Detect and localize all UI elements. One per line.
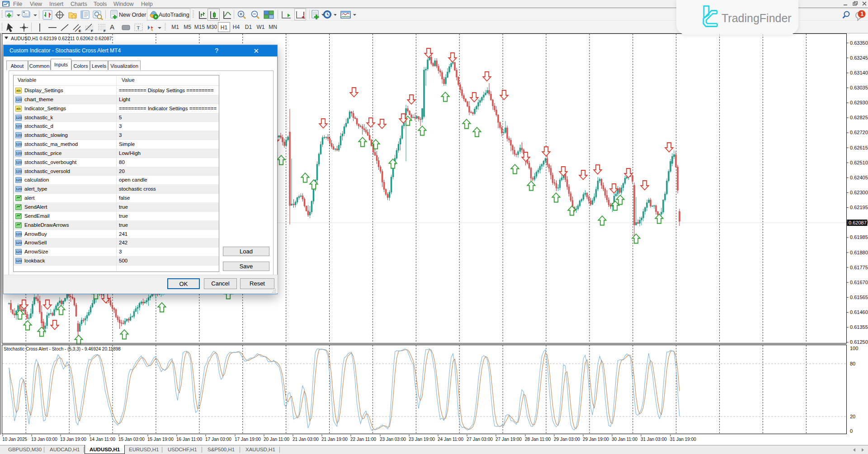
svg-text:27 Jan 03:00: 27 Jan 03:00: [467, 437, 493, 442]
svg-text:14 Jan 11:00: 14 Jan 11:00: [90, 437, 116, 442]
svg-text:10 Jan 2025: 10 Jan 2025: [2, 437, 27, 442]
svg-text:13 Jan 03:00: 13 Jan 03:00: [31, 437, 57, 442]
svg-text:21 Jan 19:00: 21 Jan 19:00: [321, 437, 348, 442]
svg-text:0.61355: 0.61355: [850, 324, 868, 330]
svg-text:20 Jan 11:00: 20 Jan 11:00: [264, 437, 290, 442]
svg-text:0.61775: 0.61775: [850, 265, 868, 270]
svg-text:0.61985: 0.61985: [850, 234, 868, 240]
svg-text:0.62087: 0.62087: [849, 220, 867, 225]
svg-text:0.61565: 0.61565: [850, 295, 868, 300]
svg-text:0.63035: 0.63035: [850, 85, 868, 90]
svg-text:0.62825: 0.62825: [850, 115, 868, 120]
svg-text:0.62405: 0.62405: [850, 175, 868, 180]
svg-text:0: 0: [850, 428, 853, 434]
svg-text:23 Jan 03:00: 23 Jan 03:00: [380, 437, 406, 442]
svg-text:100: 100: [850, 346, 858, 351]
svg-text:0.62720: 0.62720: [850, 130, 868, 135]
svg-text:20: 20: [850, 414, 855, 419]
svg-text:28 Jan 11:00: 28 Jan 11:00: [525, 437, 551, 442]
svg-text:0.63350: 0.63350: [850, 40, 868, 46]
svg-text:0.62300: 0.62300: [850, 190, 868, 195]
svg-text:AUDUSD,H1 0.62139 0.62211 0.6: AUDUSD,H1 0.62139 0.62211 0.62062 0.6208…: [11, 36, 112, 41]
svg-text:21 Jan 03:00: 21 Jan 03:00: [292, 437, 319, 442]
svg-text:0.61670: 0.61670: [850, 280, 868, 285]
svg-text:0.61250: 0.61250: [850, 339, 868, 345]
svg-text:31 Jan 03:00: 31 Jan 03:00: [641, 437, 667, 442]
svg-text:29 Jan 19:00: 29 Jan 19:00: [583, 437, 609, 442]
svg-text:0.62930: 0.62930: [850, 100, 868, 105]
svg-text:17 Jan 03:00: 17 Jan 03:00: [205, 437, 231, 442]
svg-text:30 Jan 11:00: 30 Jan 11:00: [612, 437, 638, 442]
svg-text:0.61880: 0.61880: [850, 250, 868, 255]
svg-text:22 Jan 11:00: 22 Jan 11:00: [350, 437, 377, 442]
svg-text:0.62615: 0.62615: [850, 145, 868, 150]
svg-text:27 Jan 19:00: 27 Jan 19:00: [495, 437, 522, 442]
svg-text:80: 80: [850, 361, 855, 366]
svg-text:31 Jan 19:00: 31 Jan 19:00: [670, 437, 696, 442]
svg-text:17 Jan 19:00: 17 Jan 19:00: [235, 437, 261, 442]
svg-text:29 Jan 03:00: 29 Jan 03:00: [554, 437, 580, 442]
svg-text:0.63140: 0.63140: [850, 70, 868, 75]
svg-text:15 Jan 19:00: 15 Jan 19:00: [147, 437, 174, 442]
svg-text:0.61460: 0.61460: [850, 309, 868, 315]
svg-text:23 Jan 19:00: 23 Jan 19:00: [409, 437, 435, 442]
svg-text:1: 1: [861, 11, 864, 17]
svg-text:16 Jan 11:00: 16 Jan 11:00: [176, 437, 203, 442]
svg-text:24 Jan 11:00: 24 Jan 11:00: [438, 437, 464, 442]
svg-text:Stochastic Cross Alert - Stoch: Stochastic Cross Alert - Stoch - (5,3,3)…: [4, 346, 121, 351]
svg-text:0.62510: 0.62510: [850, 160, 868, 165]
svg-text:0.63245: 0.63245: [850, 55, 868, 61]
svg-text:13 Jan 19:00: 13 Jan 19:00: [60, 437, 86, 442]
svg-text:0.62195: 0.62195: [850, 205, 868, 210]
svg-text:15 Jan 03:00: 15 Jan 03:00: [118, 437, 145, 442]
